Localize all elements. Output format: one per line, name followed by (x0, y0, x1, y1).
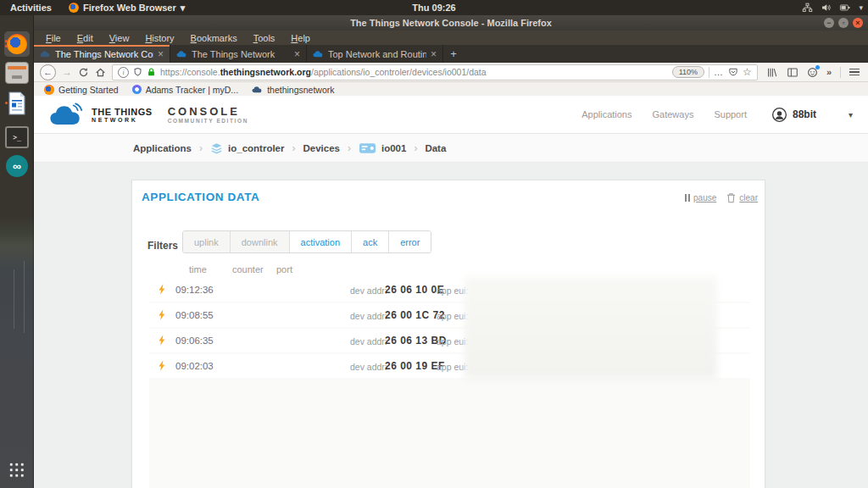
arduino-icon: ∞ (6, 155, 28, 177)
close-button[interactable]: × (853, 18, 863, 28)
column-port: port (276, 264, 292, 274)
app-eui-label: app eui: (437, 311, 468, 321)
menu-bookmarks[interactable]: Bookmarks (191, 33, 237, 43)
menu-arrow-icon: ▾ (181, 3, 186, 14)
dev-addr-label: dev addr: (350, 362, 387, 372)
pocket-icon[interactable] (728, 67, 738, 77)
maximize-button[interactable]: ▫ (838, 18, 849, 28)
forward-button[interactable]: → (62, 66, 72, 78)
activation-bolt-icon (159, 360, 166, 371)
tray-chevron-icon: ▾ (859, 3, 863, 12)
product-name: CONSOLE (168, 105, 248, 118)
activities-button[interactable]: Activities (0, 3, 62, 13)
breadcrumb: Applications › io_controler › Devices › (34, 134, 868, 163)
wallpaper-mast (14, 269, 14, 329)
window-titlebar[interactable]: The Things Network Console - Mozilla Fir… (34, 15, 868, 30)
header-nav: Applications Gateways Support 88bit ▾ (581, 108, 853, 122)
tab-top-network[interactable]: Top Network and Routin × (307, 45, 443, 63)
dev-addr-label: dev addr: (350, 336, 387, 347)
filter-activation[interactable]: activation (290, 231, 352, 252)
filter-downlink[interactable]: downlink (231, 231, 290, 252)
overflow-menu-icon[interactable]: » (826, 67, 832, 77)
header-chevron-icon[interactable]: ▾ (849, 110, 853, 119)
secure-lock-icon[interactable] (147, 67, 156, 77)
tab-close-icon[interactable]: × (431, 48, 437, 60)
dock-firefox[interactable] (4, 31, 30, 57)
clear-button[interactable]: clear (726, 192, 758, 203)
dock-arduino[interactable]: ∞ (4, 153, 30, 179)
filter-error[interactable]: error (389, 231, 431, 252)
tab-ttn-console[interactable]: The Things Network Cons × (34, 45, 170, 63)
menu-help[interactable]: Help (291, 33, 310, 43)
nav-applications[interactable]: Applications (581, 109, 632, 119)
app-eui-label: app eui: (437, 336, 468, 347)
new-tab-button[interactable]: + (443, 45, 464, 63)
nav-gateways[interactable]: Gateways (653, 109, 694, 119)
ttn-logo[interactable]: THE THINGS NETWORK CONSOLE COMMUNITY EDI… (49, 103, 248, 126)
tab-ttn[interactable]: The Things Network × (170, 45, 307, 63)
notification-dot (815, 65, 820, 69)
show-applications-button[interactable] (9, 463, 25, 478)
hamburger-menu-icon[interactable] (849, 69, 860, 76)
page-actions-icon[interactable]: … (714, 67, 724, 77)
dock-archive-manager[interactable] (4, 60, 30, 86)
zoom-level-badge[interactable]: 110% (672, 66, 704, 78)
app-menu-button[interactable]: Firefox Web Browser ▾ (62, 3, 192, 14)
panel-actions: pause clear (685, 192, 758, 203)
reload-button[interactable] (78, 67, 89, 78)
system-tray[interactable]: ▾ (802, 0, 863, 15)
tracking-shield-icon[interactable] (133, 67, 142, 77)
page-info-icon[interactable]: i (118, 67, 129, 78)
user-menu[interactable]: 88bit (772, 108, 816, 122)
menu-history[interactable]: History (145, 33, 174, 43)
toolbar-end: » (764, 67, 862, 78)
battery-icon (839, 3, 851, 13)
url-text[interactable]: https://console.thethingsnetwork.org/app… (160, 67, 668, 77)
pause-button[interactable]: pause (685, 193, 716, 202)
bookmark-getting-started[interactable]: Getting Started (44, 85, 119, 95)
library-icon[interactable] (766, 67, 778, 78)
tab-close-icon[interactable]: × (158, 48, 164, 60)
breadcrumb-application[interactable]: io_controler (210, 142, 284, 154)
bookmark-label: thethingsnetwork (267, 85, 334, 95)
extension-button[interactable] (807, 67, 818, 78)
breadcrumb-devices[interactable]: Devices (303, 143, 339, 153)
filter-ack[interactable]: ack (352, 231, 389, 252)
breadcrumb-applications[interactable]: Applications (133, 143, 192, 153)
sidebar-icon[interactable] (787, 67, 798, 78)
menu-view[interactable]: View (109, 33, 130, 43)
bookmark-thethingsnetwork[interactable]: thethingsnetwork (252, 85, 334, 95)
dev-addr-label: dev addr: (350, 286, 387, 296)
menu-file[interactable]: File (46, 33, 61, 43)
url-bar[interactable]: i https://console.thethingsnetwork.org/a… (112, 64, 758, 80)
bookmark-adams-tracker[interactable]: Adams Tracker | myD... (132, 85, 239, 95)
minimize-button[interactable]: − (824, 18, 834, 28)
dock-terminal[interactable]: >_ (4, 125, 30, 150)
site-favicon (132, 85, 142, 94)
menu-tools[interactable]: Tools (253, 33, 275, 43)
bookmark-star-icon[interactable]: ☆ (743, 66, 752, 78)
column-time: time (189, 264, 232, 274)
ttn-header: THE THINGS NETWORK CONSOLE COMMUNITY EDI… (34, 96, 868, 134)
menu-edit[interactable]: Edit (77, 33, 93, 43)
nav-support[interactable]: Support (714, 109, 747, 119)
avatar-icon (772, 108, 787, 122)
volume-icon (821, 3, 832, 13)
navigation-toolbar: ← → i https://console.thethingsnetwork.o… (34, 63, 868, 82)
menu-bar: File Edit View History Bookmarks Tools H… (34, 30, 868, 45)
event-filters: Filters uplink downlink activation ack e… (147, 230, 431, 253)
tab-close-icon[interactable]: × (294, 48, 300, 60)
app-eui-label: app eui: (437, 286, 468, 296)
home-button[interactable] (95, 67, 106, 78)
activation-bolt-icon (159, 284, 166, 295)
breadcrumb-device[interactable]: io001 (359, 142, 406, 154)
cloud-icon (252, 86, 263, 93)
dock-libreoffice-writer[interactable] (4, 91, 30, 116)
breadcrumb-data[interactable]: Data (425, 143, 446, 153)
event-time: 09:12:36 (175, 285, 214, 295)
back-button[interactable]: ← (40, 64, 56, 80)
tab-title: The Things Network Cons (55, 49, 153, 59)
cloud-icon (176, 50, 187, 58)
network-icon (802, 3, 813, 13)
filter-uplink[interactable]: uplink (183, 231, 231, 252)
